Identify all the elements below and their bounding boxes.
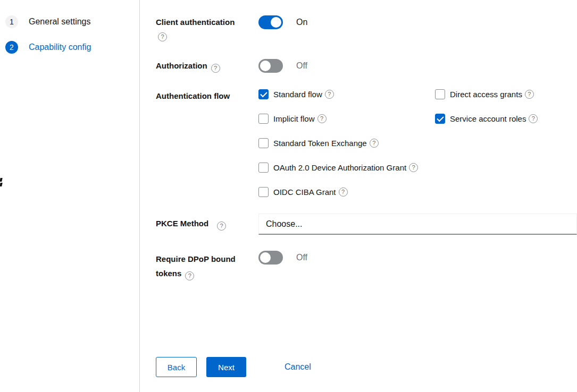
wizard-nav: 1 General settings 2 Capability config (0, 0, 140, 392)
client-authentication-state: On (296, 15, 307, 29)
checkbox-label: Standard Token Exchange (273, 139, 367, 148)
client-authentication-toggle[interactable] (258, 15, 283, 29)
checkbox-option-oauth-device-grant[interactable]: OAuth 2.0 Device Authorization Grant (258, 163, 435, 173)
toggle-knob (271, 17, 281, 28)
checkbox-label: OIDC CIBA Grant (273, 188, 336, 197)
require-dpop-label: Require DPoP bound tokens (156, 251, 258, 280)
help-icon[interactable] (158, 32, 167, 41)
checkbox-option-standard-token-exchange[interactable]: Standard Token Exchange (258, 138, 435, 148)
authorization-label-text: Authorization (156, 61, 207, 70)
pkce-method-selected-value: Choose... (266, 219, 302, 229)
checkbox-label: Service account roles (450, 114, 526, 123)
help-icon[interactable] (185, 271, 194, 280)
standard-token-exchange-checkbox[interactable] (258, 138, 269, 148)
checkbox-label: OAuth 2.0 Device Authorization Grant (273, 163, 406, 172)
oauth-device-grant-checkbox[interactable] (258, 163, 269, 173)
oidc-ciba-grant-checkbox[interactable] (258, 187, 269, 197)
help-icon[interactable] (211, 64, 220, 73)
wizard-step-label: General settings (29, 17, 91, 27)
checkbox-label: Standard flow (273, 90, 322, 99)
require-dpop-label-text: Require DPoP bound tokens (156, 254, 236, 278)
step-number-badge: 1 (5, 15, 18, 28)
wizard-step-general-settings[interactable]: 1 General settings (5, 15, 91, 28)
capability-config-form: Client authentication On Authorization O… (140, 0, 577, 392)
back-button[interactable]: Back (156, 357, 197, 377)
help-icon[interactable] (409, 163, 418, 172)
help-icon[interactable] (529, 114, 538, 123)
help-icon[interactable] (325, 90, 334, 99)
client-authentication-label: Client authentication (156, 15, 258, 41)
client-authentication-label-text: Client authentication (156, 18, 235, 27)
checkbox-option-oidc-ciba-grant[interactable]: OIDC CIBA Grant (258, 187, 435, 197)
direct-access-grants-checkbox[interactable] (435, 89, 445, 99)
wizard-step-label: Capability config (29, 42, 91, 52)
authentication-flow-label: Authentication flow (156, 89, 258, 101)
require-dpop-toggle[interactable] (258, 251, 283, 265)
help-icon[interactable] (525, 90, 534, 99)
service-account-roles-checkbox[interactable] (435, 114, 445, 124)
authentication-flow-right-column: Direct access grants Service account rol… (435, 89, 538, 138)
checkbox-label: Implicit flow (273, 114, 315, 123)
clipped-text-fragment (0, 177, 3, 188)
next-button[interactable]: Next (206, 357, 246, 377)
toggle-knob (260, 61, 271, 71)
authorization-toggle[interactable] (258, 59, 283, 73)
cancel-button[interactable]: Cancel (285, 357, 311, 377)
implicit-flow-checkbox[interactable] (258, 114, 269, 124)
help-icon[interactable] (217, 221, 226, 231)
checkbox-option-standard-flow[interactable]: Standard flow (258, 89, 435, 99)
require-dpop-state: Off (296, 251, 307, 265)
authentication-flow-left-column: Standard flow Implicit flow Standard Tok… (258, 89, 435, 211)
help-icon[interactable] (339, 188, 348, 197)
help-icon[interactable] (370, 139, 379, 148)
checkbox-label: Direct access grants (450, 90, 522, 99)
authorization-state: Off (296, 59, 307, 73)
standard-flow-checkbox[interactable] (258, 89, 269, 99)
checkbox-option-direct-access-grants[interactable]: Direct access grants (435, 89, 538, 99)
pkce-method-select[interactable]: Choose... (258, 214, 577, 235)
authentication-flow-options: Standard flow Implicit flow Standard Tok… (258, 89, 538, 211)
checkbox-option-service-account-roles[interactable]: Service account roles (435, 114, 538, 124)
wizard-step-capability-config[interactable]: 2 Capability config (5, 41, 91, 54)
help-icon[interactable] (317, 114, 327, 123)
wizard-footer: Back Next Cancel (156, 357, 311, 377)
pkce-method-label-text: PKCE Method (156, 219, 208, 228)
toggle-knob (260, 252, 271, 263)
step-number-badge: 2 (5, 41, 18, 54)
checkbox-option-implicit-flow[interactable]: Implicit flow (258, 114, 435, 124)
pkce-method-label: PKCE Method (156, 214, 258, 231)
authorization-label: Authorization (156, 59, 258, 73)
